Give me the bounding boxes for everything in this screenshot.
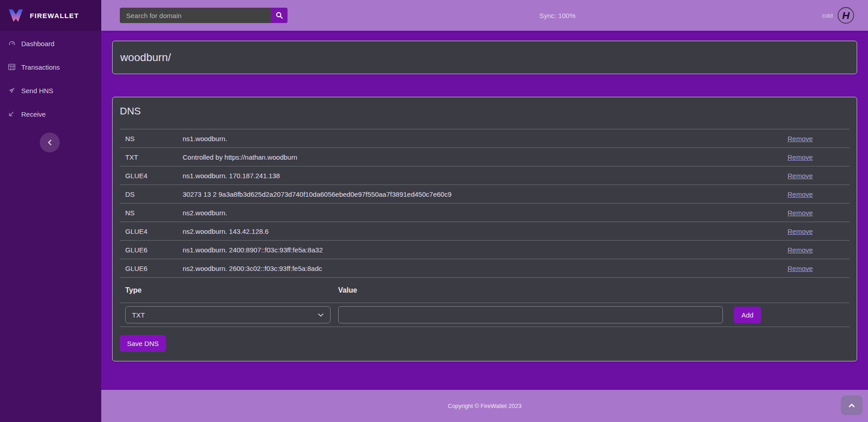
sidebar: FIREWALLET Dashboard Transactions xyxy=(0,0,101,422)
search-icon xyxy=(276,12,283,19)
record-type: NS xyxy=(125,209,183,217)
wallet-mode-label: cold xyxy=(822,12,833,19)
value-column-header: Value xyxy=(338,286,723,294)
dashboard-gauge-icon xyxy=(8,40,16,47)
receive-arrow-icon xyxy=(8,110,16,118)
sidebar-item-receive[interactable]: Receive xyxy=(0,102,101,126)
footer: Copyright © FireWallet 2023 xyxy=(101,390,868,422)
brand[interactable]: FIREWALLET xyxy=(0,0,101,31)
dns-section-title: DNS xyxy=(120,105,849,117)
dns-record-row: NS ns1.woodburn. Remove xyxy=(120,129,849,148)
remove-record-link[interactable]: Remove xyxy=(788,190,813,198)
sidebar-item-label: Send HNS xyxy=(21,87,53,95)
send-plane-icon xyxy=(8,87,16,94)
dns-card: DNS NS ns1.woodburn. Remove TXT Controll… xyxy=(112,97,857,361)
main-content: woodburn/ DNS NS ns1.woodburn. Remove TX… xyxy=(101,31,868,390)
sidebar-item-label: Transactions xyxy=(21,63,60,71)
record-type: GLUE6 xyxy=(125,246,183,254)
transactions-table-icon xyxy=(8,63,16,71)
remove-record-link[interactable]: Remove xyxy=(788,153,813,161)
svg-text:H: H xyxy=(842,9,850,21)
domain-search xyxy=(120,8,288,23)
add-record-headers: Type Value xyxy=(120,278,849,303)
record-type: DS xyxy=(125,190,183,198)
record-value: ns1.woodburn. xyxy=(183,135,788,142)
sidebar-nav: Dashboard Transactions Send HNS xyxy=(0,31,101,126)
dns-record-row: DS 30273 13 2 9a3a8fb3d625d2a2073d740f10… xyxy=(120,185,849,204)
type-column-header: Type xyxy=(125,286,338,294)
record-value: ns2.woodburn. 2600:3c02::f03c:93ff:fe5a:… xyxy=(183,265,788,272)
chevron-up-icon xyxy=(849,403,855,408)
remove-record-link[interactable]: Remove xyxy=(788,246,813,254)
dns-record-row: GLUE4 ns2.woodburn. 143.42.128.6 Remove xyxy=(120,222,849,241)
domain-title-card: woodburn/ xyxy=(112,41,857,74)
dns-record-row: GLUE4 ns1.woodburn. 170.187.241.138 Remo… xyxy=(120,166,849,185)
record-type: GLUE4 xyxy=(125,172,183,180)
brand-name: FIREWALLET xyxy=(30,12,79,19)
record-type: GLUE6 xyxy=(125,265,183,272)
remove-record-link[interactable]: Remove xyxy=(788,228,813,235)
dns-records-table: NS ns1.woodburn. Remove TXT Controlled b… xyxy=(120,129,849,278)
dns-type-selected-value: TXT xyxy=(132,311,145,319)
copyright-text: Copyright © FireWallet 2023 xyxy=(448,403,522,409)
record-value: ns2.woodburn. xyxy=(183,209,788,217)
remove-record-link[interactable]: Remove xyxy=(788,135,813,142)
sync-status: Sync: 100% xyxy=(539,12,576,19)
dns-record-row: TXT Controlled by https://nathan.woodbur… xyxy=(120,148,849,166)
handshake-logo-icon[interactable]: H xyxy=(837,7,854,24)
sidebar-collapse-button[interactable] xyxy=(40,133,60,152)
sidebar-item-label: Dashboard xyxy=(21,40,54,47)
record-value: Controlled by https://nathan.woodburn xyxy=(183,153,788,161)
dns-record-row: GLUE6 ns2.woodburn. 2600:3c02::f03c:93ff… xyxy=(120,259,849,278)
firewallet-w-logo-icon xyxy=(7,8,24,24)
record-type: NS xyxy=(125,135,183,142)
record-value: ns1.woodburn. 170.187.241.138 xyxy=(183,172,788,180)
remove-record-link[interactable]: Remove xyxy=(788,172,813,180)
record-type: GLUE4 xyxy=(125,228,183,235)
sidebar-item-label: Receive xyxy=(21,110,46,118)
dns-record-row: NS ns2.woodburn. Remove xyxy=(120,204,849,222)
remove-record-link[interactable]: Remove xyxy=(788,265,813,272)
record-type: TXT xyxy=(125,153,183,161)
sidebar-item-dashboard[interactable]: Dashboard xyxy=(0,32,101,55)
chevron-left-icon xyxy=(47,139,52,146)
search-button[interactable] xyxy=(271,8,288,23)
wallet-status: cold H xyxy=(822,0,854,31)
record-value: ns1.woodburn. 2400:8907::f03c:93ff:fe5a:… xyxy=(183,246,788,254)
dns-record-row: GLUE6 ns1.woodburn. 2400:8907::f03c:93ff… xyxy=(120,241,849,259)
scroll-to-top-button[interactable] xyxy=(841,395,863,415)
chevron-down-icon xyxy=(318,313,324,317)
sidebar-item-transactions[interactable]: Transactions xyxy=(0,55,101,79)
topbar: Sync: 100% cold H xyxy=(101,0,868,31)
add-record-row: TXT Add xyxy=(120,303,849,327)
page-title: woodburn/ xyxy=(120,51,849,64)
add-record-button[interactable]: Add xyxy=(734,307,761,323)
sidebar-item-send-hns[interactable]: Send HNS xyxy=(0,79,101,102)
dns-type-select[interactable]: TXT xyxy=(125,306,330,323)
record-value: 30273 13 2 9a3a8fb3d625d2a2073d740f10da6… xyxy=(183,190,788,198)
dns-value-input[interactable] xyxy=(338,306,723,323)
search-input[interactable] xyxy=(120,8,271,23)
record-value: ns2.woodburn. 143.42.128.6 xyxy=(183,228,788,235)
remove-record-link[interactable]: Remove xyxy=(788,209,813,217)
save-dns-button[interactable]: Save DNS xyxy=(120,335,166,352)
